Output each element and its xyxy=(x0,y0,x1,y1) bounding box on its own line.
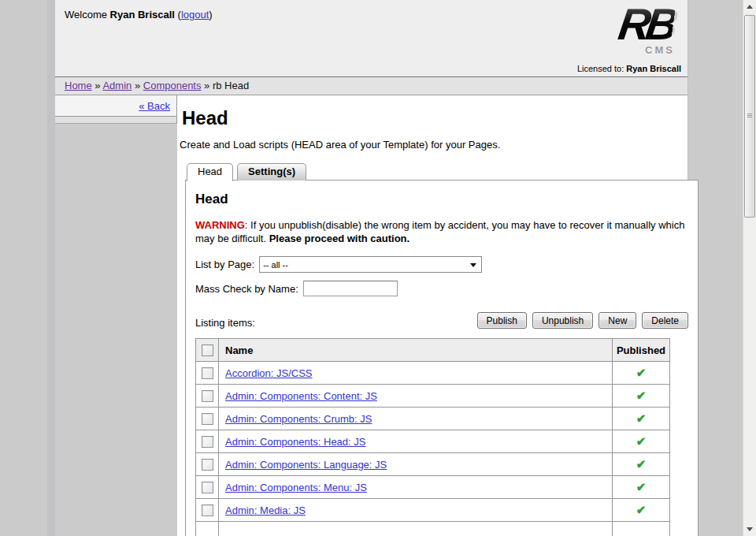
published-cell: ✔ xyxy=(613,430,670,453)
published-cell: ✔ xyxy=(613,476,670,499)
scroll-down-button[interactable] xyxy=(743,523,756,536)
name-column-header: Name xyxy=(219,339,613,362)
listing-row: Listing items: PublishUnpublishNewDelete xyxy=(195,312,688,329)
welcome-user-name: Ryan Briscall xyxy=(110,9,175,20)
item-link-admin-components-content-js[interactable]: Admin: Components: Content: JS xyxy=(225,390,377,402)
list-by-page-select[interactable]: -- all -- xyxy=(259,256,482,273)
table-row-partial xyxy=(196,522,670,536)
page-left-shadow xyxy=(47,0,55,536)
warning-bold-text: Please proceed with caution. xyxy=(269,233,410,244)
listing-items-label: Listing items: xyxy=(195,317,255,329)
select-all-checkbox[interactable] xyxy=(202,344,213,356)
item-link-admin-components-crumb-js[interactable]: Admin: Components: Crumb: JS xyxy=(225,413,372,425)
row-checkbox[interactable] xyxy=(202,390,213,402)
item-link-admin-components-menu-js[interactable]: Admin: Components: Menu: JS xyxy=(225,482,367,493)
welcome-bar: Welcome Ryan Briscall (logout) xyxy=(65,9,213,20)
row-checkbox[interactable] xyxy=(202,504,213,516)
breadcrumb-separator: » xyxy=(201,80,212,91)
licensed-name: Ryan Briscall xyxy=(626,64,681,73)
table-row: Accordion: JS/CSS✔ xyxy=(196,362,670,385)
main-panel-area: Head Create and Load scripts (HEAD area … xyxy=(177,95,687,536)
items-tbody: Accordion: JS/CSS✔Admin: Components: Con… xyxy=(196,362,670,536)
unpublish-button[interactable]: Unpublish xyxy=(532,312,593,329)
page-title: Head xyxy=(182,106,687,129)
row-checkbox-cell xyxy=(196,499,219,522)
table-header-row: Name Published xyxy=(196,339,670,362)
table-row: Admin: Components: Language: JS✔ xyxy=(196,453,670,476)
page-container: Welcome Ryan Briscall (logout) RB CMS Li… xyxy=(55,0,688,536)
item-name-cell: Admin: Components: Content: JS xyxy=(219,385,613,408)
mass-check-row: Mass Check by Name: xyxy=(195,281,688,296)
arrow-down-icon xyxy=(747,527,753,531)
licensed-to: Licensed to: Ryan Briscall xyxy=(577,64,681,73)
scrollbar-grip-icon xyxy=(747,114,752,117)
select-all-cell xyxy=(196,339,219,362)
row-checkbox[interactable] xyxy=(202,436,213,448)
back-link[interactable]: « Back xyxy=(139,100,170,112)
row-checkbox[interactable] xyxy=(202,413,213,425)
published-cell: ✔ xyxy=(613,408,670,430)
row-checkbox-cell xyxy=(196,408,219,430)
tab-head[interactable]: Head xyxy=(187,163,233,181)
site-header: Welcome Ryan Briscall (logout) RB CMS Li… xyxy=(55,0,687,76)
vertical-scrollbar[interactable] xyxy=(743,0,756,536)
row-checkbox-cell xyxy=(196,476,219,499)
published-cell: ✔ xyxy=(613,499,670,522)
list-by-page-row: List by Page: -- all -- xyxy=(195,256,688,273)
published-check-icon: ✔ xyxy=(636,411,647,425)
breadcrumb: Home » Admin » Components » rb Head xyxy=(55,76,687,95)
logout-link[interactable]: logout xyxy=(181,9,209,20)
action-buttons: PublishUnpublishNewDelete xyxy=(477,312,688,329)
table-row: Admin: Components: Content: JS✔ xyxy=(196,385,670,408)
table-row: Admin: Media: JS✔ xyxy=(196,499,670,522)
warning-label: WARNING xyxy=(195,219,245,231)
item-name-cell: Admin: Components: Crumb: JS xyxy=(219,408,613,430)
table-row: Admin: Components: Crumb: JS✔ xyxy=(196,408,670,430)
item-name-cell: Accordion: JS/CSS xyxy=(219,362,613,385)
breadcrumb-link-components[interactable]: Components xyxy=(143,80,202,91)
tab-setting-s[interactable]: Setting(s) xyxy=(237,163,306,181)
item-link-admin-components-language-js[interactable]: Admin: Components: Language: JS xyxy=(225,459,387,471)
content-area: « Back Head Create and Load scripts (HEA… xyxy=(55,95,687,536)
row-checkbox[interactable] xyxy=(202,367,213,379)
row-checkbox-cell xyxy=(196,522,219,536)
publish-button[interactable]: Publish xyxy=(477,312,527,329)
licensed-prefix: Licensed to: xyxy=(577,64,626,73)
row-checkbox-cell xyxy=(196,362,219,385)
head-panel: Head WARNING: If you unpublish(disable) … xyxy=(185,180,699,536)
new-button[interactable]: New xyxy=(598,312,636,329)
item-link-admin-media-js[interactable]: Admin: Media: JS xyxy=(225,504,306,516)
list-by-page-selected-value: -- all -- xyxy=(263,260,288,270)
logo-rb-text: RB xyxy=(616,0,677,50)
published-check-icon: ✔ xyxy=(636,434,647,448)
paren-open: ( xyxy=(175,9,181,20)
item-name-cell: Admin: Components: Head: JS xyxy=(219,430,613,453)
published-check-icon: ✔ xyxy=(636,503,647,516)
breadcrumb-separator: » xyxy=(132,80,143,91)
row-checkbox[interactable] xyxy=(202,459,213,471)
scrollbar-thumb[interactable] xyxy=(744,15,755,218)
chevron-down-icon xyxy=(470,263,476,267)
item-name-cell: Admin: Components: Language: JS xyxy=(219,453,613,476)
row-checkbox-cell xyxy=(196,430,219,453)
published-cell: ✔ xyxy=(613,385,670,408)
breadcrumb-link-admin[interactable]: Admin xyxy=(102,80,132,91)
published-cell xyxy=(613,522,670,536)
item-link-admin-components-head-js[interactable]: Admin: Components: Head: JS xyxy=(225,436,365,448)
breadcrumb-link-home[interactable]: Home xyxy=(65,80,92,91)
breadcrumb-current: rb Head xyxy=(213,80,249,91)
scroll-up-button[interactable] xyxy=(743,0,756,13)
row-checkbox[interactable] xyxy=(202,482,213,493)
row-checkbox-cell xyxy=(196,385,219,408)
warning-message: WARNING: If you unpublish(disable) the w… xyxy=(195,218,688,245)
logo-cms-text: CMS xyxy=(645,44,675,56)
sidebar: « Back xyxy=(55,95,177,124)
mass-check-label: Mass Check by Name: xyxy=(195,283,298,295)
mass-check-input[interactable] xyxy=(303,281,398,296)
published-check-icon: ✔ xyxy=(636,457,647,471)
breadcrumb-separator: » xyxy=(92,80,103,91)
welcome-text: Welcome xyxy=(65,9,110,20)
item-link-accordion-js-css[interactable]: Accordion: JS/CSS xyxy=(225,367,313,379)
rb-cms-logo: RB CMS xyxy=(577,3,680,60)
delete-button[interactable]: Delete xyxy=(642,312,688,329)
